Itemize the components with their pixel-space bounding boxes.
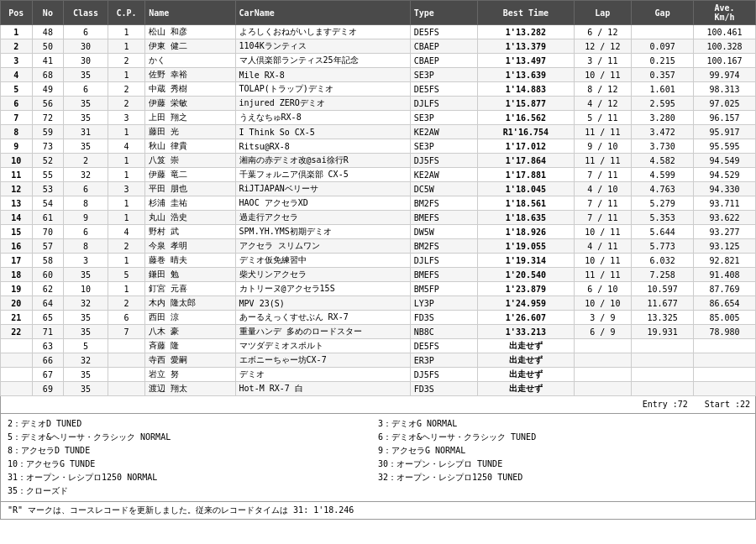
header-no: No xyxy=(32,1,64,25)
header-lap: Lap xyxy=(574,1,632,25)
legend-item: 9：アクセラG NORMAL xyxy=(378,444,748,458)
table-row: 157064野村 武SPM.YH.YMS初期デミオDW5W1'18.92610 … xyxy=(1,225,756,239)
table-row: 6632寺西 愛嗣エボニーちゃー坊CX-7ER3P出走せず xyxy=(1,353,756,368)
table-row: 1155321伊藤 竜二千葉フォルニア倶楽部 CX-5KE2AW1'17.881… xyxy=(1,168,756,182)
results-table: Pos No Class C.P. Name CarName Type Best… xyxy=(0,0,756,396)
legend-item: 2：デミオD TUNED xyxy=(8,417,378,431)
header-carname: CarName xyxy=(235,1,410,25)
table-row: 656352伊藤 栄敏injured ZEROデミオDJLFS1'15.8774… xyxy=(1,97,756,111)
legend-area: 2：デミオD TUNED3：デミオG NORMAL5：デミオ&ヘリーサ・クラシッ… xyxy=(0,414,756,502)
table-row: 859311藤田 光I Think So CX-5KE2AWR1'16.7541… xyxy=(1,125,756,139)
header-gap: Gap xyxy=(632,1,694,25)
header-cp: C.P. xyxy=(108,1,144,25)
table-row: 105221八笈 崇湘南の赤デミオ改@sai徐行RDJ5FS1'17.86411… xyxy=(1,154,756,168)
header-name: Name xyxy=(145,1,235,25)
header-besttime: Best Time xyxy=(478,1,574,25)
record-note: "R" マークは、コースレコードを更新しました。従来のレコードタイムは 31: … xyxy=(0,502,756,520)
table-row: 772353上田 翔之うえなちゅRX-8SE3P1'16.5625 / 113.… xyxy=(1,111,756,125)
table-row: 635斉藤 隆マツダデミオスポルトDE5FS出走せず xyxy=(1,339,756,353)
legend-item: 30：オープン・レシプロ TUNDE xyxy=(378,458,748,471)
legend-item: 8：アクセラD TUNDE xyxy=(8,444,378,458)
table-row: 165782今泉 孝明アクセラ スリムワンBM2FS1'19.0554 / 11… xyxy=(1,239,756,254)
header-ave: Ave.Km/h xyxy=(694,1,756,25)
legend-item: 32：オープン・レシプロ1250 TUNED xyxy=(378,471,748,484)
header-class: Class xyxy=(64,1,108,25)
table-row: 125363平田 朋也RiJTJAPANベリーサDC5W1'18.0454 / … xyxy=(1,182,756,196)
legend-item: 35：クローズド xyxy=(8,484,378,498)
table-row: 1962101釘宮 元喜カトリーヌ@アクセラ15SBM5FP1'23.8796 … xyxy=(1,282,756,296)
header-type: Type xyxy=(410,1,478,25)
legend-item: 5：デミオ&ヘリーサ・クラシック NORMAL xyxy=(8,431,378,444)
legend-item: 6：デミオ&ヘリーサ・クラシック TUNED xyxy=(378,431,748,444)
table-row: 2165356西田 涼あーるえっくすせぶん RX-7FD3S1'26.6073 … xyxy=(1,311,756,325)
table-row: 2064322木内 隆太郎MPV 23(S)LY3P1'24.95910 / 1… xyxy=(1,296,756,311)
table-row: 973354秋山 律貴Ritsu@RX-8SE3P1'17.0129 / 103… xyxy=(1,139,756,154)
table-row: 468351佐野 幸裕Mile RX-8SE3P1'13.63910 / 110… xyxy=(1,68,756,82)
table-row: 14861松山 和彦よろしくおねがいしますデミオDE5FS1'13.2826 /… xyxy=(1,25,756,39)
table-row: 175831藤巻 晴夫デミオ仮免練習中DJLFS1'19.31410 / 116… xyxy=(1,254,756,268)
legend-item: 3：デミオG NORMAL xyxy=(378,417,748,431)
entry-line: Entry :72 Start :22 xyxy=(0,396,756,414)
table-row: 1860355鎌田 勉柴犬リンアクセラBMEFS1'20.54011 / 117… xyxy=(1,268,756,282)
table-row: 54962中蔵 秀樹TOLAP(トラップ)デミオDE5FS1'14.8838 /… xyxy=(1,82,756,97)
legend-item: 31：オープン・レシプロ1250 NORMAL xyxy=(8,471,378,484)
table-row: 6935渡辺 翔太Hot-M RX-7 白FD3S出走せず xyxy=(1,382,756,396)
table-row: 2271357八木 豪重量ハンデ 多めのロードスターNB8C1'33.2136 … xyxy=(1,325,756,339)
table-row: 6735岩立 努デミオDJ5FS出走せず xyxy=(1,368,756,382)
table-row: 135481杉浦 圭祐HAOC アクセラXDBM2FS1'18.5617 / 1… xyxy=(1,196,756,211)
table-row: 341302かくマ人倶楽部ランティス25年記念CBAEP1'13.4973 / … xyxy=(1,54,756,68)
legend-item: 10：アクセラG TUNDE xyxy=(8,458,378,471)
table-row: 146191丸山 浩史過走行アクセラBMEFS1'18.6357 / 115.3… xyxy=(1,211,756,225)
header-pos: Pos xyxy=(1,1,33,25)
table-row: 250301伊東 健二1104KランティスCBAEP1'13.37912 / 1… xyxy=(1,39,756,54)
